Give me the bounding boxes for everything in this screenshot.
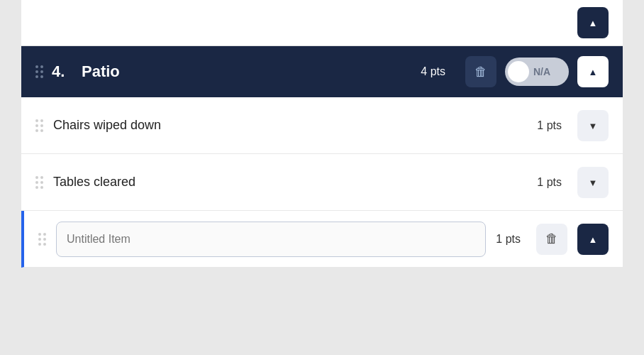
main-container: 4. Patio 4 pts N/A Chairs wiped down	[21, 0, 623, 268]
chevron-down-icon	[589, 176, 598, 189]
trash-icon	[545, 231, 558, 246]
top-partial-up-button[interactable]	[577, 7, 609, 38]
item-dropdown-button[interactable]	[577, 110, 609, 141]
na-toggle[interactable]: N/A	[505, 58, 569, 86]
table-row-editing: 1 pts	[21, 211, 623, 268]
item-drag-handle[interactable]	[35, 119, 43, 132]
section-points: 4 pts	[421, 65, 445, 78]
item-points: 1 pts	[537, 119, 562, 132]
top-partial-section	[21, 0, 623, 46]
item-name: Tables cleared	[53, 175, 527, 190]
item-drag-handle[interactable]	[35, 176, 43, 189]
table-row: Tables cleared 1 pts	[21, 154, 623, 211]
toggle-thumb	[508, 61, 529, 82]
chevron-down-icon	[589, 119, 598, 132]
trash-icon	[474, 65, 487, 80]
section-delete-button[interactable]	[465, 56, 496, 87]
chevron-up-icon	[589, 233, 598, 246]
item-name-input[interactable]	[56, 222, 486, 257]
chevron-up-icon	[589, 65, 598, 78]
item-delete-button[interactable]	[536, 224, 567, 255]
section-collapse-button[interactable]	[577, 56, 609, 87]
toggle-label: N/A	[533, 66, 550, 77]
section-number: 4.	[52, 62, 73, 81]
item-drag-handle[interactable]	[38, 233, 46, 246]
item-dropdown-button[interactable]	[577, 167, 609, 198]
chevron-up-icon	[589, 16, 598, 29]
section-drag-handle[interactable]	[35, 65, 43, 78]
item-name: Chairs wiped down	[53, 118, 527, 133]
item-up-button[interactable]	[577, 224, 609, 255]
section-header: 4. Patio 4 pts N/A	[21, 46, 623, 97]
items-container: Chairs wiped down 1 pts Tables cleared 1…	[21, 97, 623, 268]
item-points: 1 pts	[496, 233, 521, 246]
table-row: Chairs wiped down 1 pts	[21, 97, 623, 154]
item-points: 1 pts	[537, 176, 562, 189]
section-title: Patio	[82, 62, 412, 81]
